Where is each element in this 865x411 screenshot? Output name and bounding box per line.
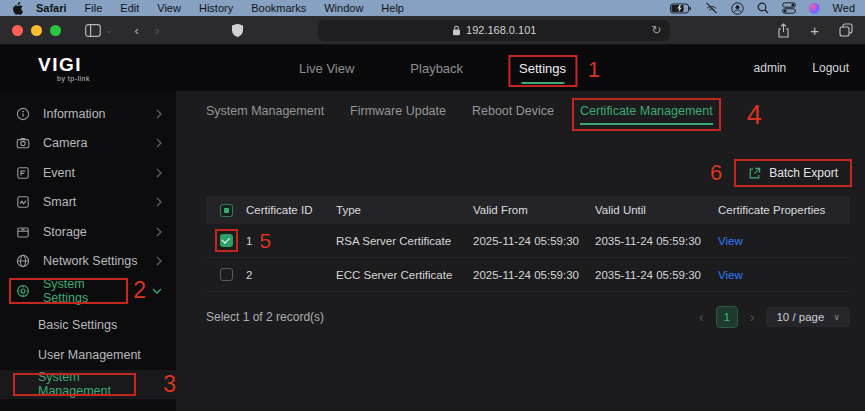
chevron-right-icon: [156, 227, 162, 237]
nav-settings[interactable]: Settings 1: [519, 61, 566, 76]
table-toolbar: 6 Batch Export: [206, 158, 850, 188]
sidebar-item-label: Smart: [43, 195, 76, 209]
user-account-icon[interactable]: [731, 2, 744, 15]
reload-icon[interactable]: ↻: [651, 23, 661, 37]
chevron-right-icon: [156, 256, 162, 266]
prev-page-icon[interactable]: ‹: [699, 309, 704, 325]
username[interactable]: admin: [754, 61, 787, 75]
menubar-clock[interactable]: Wed: [833, 2, 855, 14]
batch-export-button[interactable]: Batch Export: [736, 161, 850, 185]
table-row: 1 5 RSA Server Certificate 2025-11-24 05…: [206, 224, 850, 258]
sidebar-item-label: Network Settings: [43, 254, 137, 268]
column-header-valid-until: Valid Until: [595, 204, 718, 216]
tab-system-management[interactable]: System Management: [206, 104, 324, 125]
header-checkbox-cell: [206, 204, 246, 217]
row-checkbox[interactable]: [220, 234, 233, 247]
page-number-button[interactable]: 1: [716, 306, 738, 328]
page-body: Information Camera Event Smart Storage: [0, 91, 865, 411]
column-header-type: Type: [336, 204, 473, 216]
app-header: VIGI by tp-link Live View Playback Setti…: [0, 45, 865, 91]
info-icon: [16, 107, 31, 121]
sidebar-item-smart[interactable]: Smart: [0, 188, 176, 218]
window-controls: [12, 25, 61, 36]
tab-label: Certificate Management: [580, 104, 713, 118]
sidebar-item-label: Information: [43, 107, 106, 121]
network-globe-icon: [16, 254, 31, 268]
next-page-icon[interactable]: ›: [750, 309, 755, 325]
tab-overview-icon[interactable]: [839, 23, 853, 37]
tab-certificate-management[interactable]: Certificate Management: [580, 104, 713, 125]
battery-icon[interactable]: [670, 3, 692, 14]
select-all-checkbox[interactable]: [220, 204, 233, 217]
new-tab-icon[interactable]: +: [810, 23, 819, 38]
hotspot-off-icon[interactable]: [705, 2, 718, 14]
view-link[interactable]: View: [718, 269, 850, 281]
back-button[interactable]: ‹: [135, 23, 139, 38]
lock-icon: [452, 25, 461, 36]
chevron-down-icon: [152, 288, 162, 294]
nav-live-view[interactable]: Live View: [299, 61, 354, 76]
minimize-window-button[interactable]: [31, 25, 42, 36]
menubar-item-file[interactable]: File: [76, 2, 112, 14]
menubar-item-bookmarks[interactable]: Bookmarks: [242, 2, 315, 14]
control-center-icon[interactable]: [782, 2, 796, 14]
sidebar-item-event[interactable]: Event: [0, 158, 176, 188]
batch-export-label: Batch Export: [769, 166, 838, 180]
address-bar[interactable]: 192.168.0.101 ↻: [318, 20, 670, 41]
menubar-item-safari[interactable]: Safari: [27, 2, 76, 14]
event-icon: [16, 166, 31, 180]
sidebar-subitem-system-management[interactable]: System Management 3: [0, 370, 176, 400]
logo-text: VIGI: [38, 55, 82, 74]
menubar-item-edit[interactable]: Edit: [111, 2, 148, 14]
view-link[interactable]: View: [718, 235, 850, 247]
annotation-number-5: 5: [259, 230, 271, 251]
column-header-certificate-id: Certificate ID: [246, 204, 336, 216]
sidebar-subitem-user-management[interactable]: User Management: [0, 340, 176, 370]
share-icon[interactable]: [777, 23, 790, 38]
sidebar-item-label: Event: [43, 166, 75, 180]
forward-button[interactable]: ›: [155, 23, 159, 38]
toolbar-right-buttons: +: [777, 23, 853, 38]
spotlight-icon[interactable]: [757, 2, 769, 14]
nav-playback[interactable]: Playback: [410, 61, 463, 76]
camera-icon: [16, 136, 31, 150]
content-area: System Management Firmware Update Reboot…: [176, 91, 865, 411]
nav-settings-label: Settings: [519, 61, 566, 76]
sidebar-subitem-basic-settings[interactable]: Basic Settings: [0, 311, 176, 341]
close-window-button[interactable]: [12, 25, 23, 36]
menubar-item-window[interactable]: Window: [315, 2, 372, 14]
page-size-select[interactable]: 10 / page ∨: [766, 307, 850, 327]
menubar-item-view[interactable]: View: [148, 2, 190, 14]
sidebar-toggle-icon[interactable]: ⌄: [85, 24, 113, 37]
annotation-number-3: 3: [163, 373, 176, 396]
sidebar-item-network-settings[interactable]: Network Settings: [0, 247, 176, 277]
sidebar-item-storage[interactable]: Storage: [0, 217, 176, 247]
sidebar-item-label: System Settings: [43, 277, 133, 305]
settings-tabs: System Management Firmware Update Reboot…: [206, 104, 850, 138]
valid-from-value: 2025-11-24 05:59:30: [473, 269, 595, 281]
tab-reboot-device[interactable]: Reboot Device: [472, 104, 554, 125]
sidebar-item-system-settings[interactable]: System Settings 2: [0, 276, 176, 306]
sidebar-item-information[interactable]: Information: [0, 99, 176, 129]
page-size-value: 10 / page: [776, 311, 824, 323]
logout-button[interactable]: Logout: [812, 61, 849, 75]
privacy-shield-icon[interactable]: [231, 23, 244, 38]
sidebar-chevron-icon[interactable]: ⌄: [105, 25, 113, 35]
safari-toolbar: ⌄ ‹ › 192.168.0.101 ↻ +: [0, 16, 865, 45]
menubar-item-help[interactable]: Help: [372, 2, 413, 14]
row-checkbox[interactable]: [220, 268, 233, 281]
logo-subtext: by tp-link: [57, 75, 90, 82]
sidebar-item-label: Storage: [43, 225, 87, 239]
sidebar-subitem-label: Basic Settings: [38, 318, 117, 332]
apple-menu-icon[interactable]: [12, 2, 23, 15]
chevron-right-icon: [156, 197, 162, 207]
certificate-table: Certificate ID Type Valid From Valid Unt…: [206, 196, 850, 292]
menubar-item-history[interactable]: History: [190, 2, 242, 14]
annotation-number-1: 1: [588, 59, 600, 81]
tab-firmware-update[interactable]: Firmware Update: [350, 104, 446, 125]
certificate-type-value: RSA Server Certificate: [336, 235, 473, 247]
siri-icon[interactable]: [809, 3, 820, 14]
tab-active-underline: [580, 123, 713, 125]
maximize-window-button[interactable]: [50, 25, 61, 36]
sidebar-item-camera[interactable]: Camera: [0, 129, 176, 159]
